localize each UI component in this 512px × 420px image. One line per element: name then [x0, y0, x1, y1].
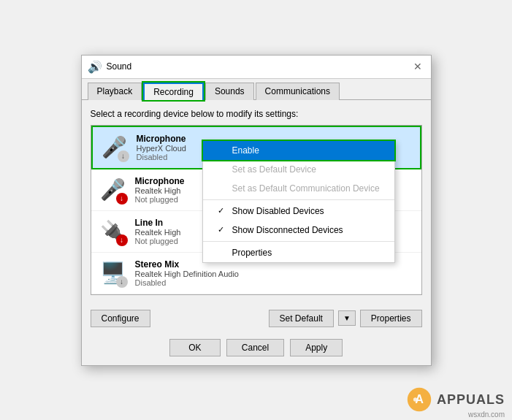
- status-badge-down-2: ↓: [116, 276, 128, 288]
- set-default-arrow[interactable]: ▼: [338, 310, 356, 326]
- menu-separator-1: [203, 199, 394, 200]
- check-show-disabled: ✓: [218, 206, 228, 215]
- device-info-stereomix: Stereo Mix Realtek High Definition Audio…: [135, 259, 414, 287]
- menu-item-enable[interactable]: Enable: [203, 141, 394, 160]
- sound-dialog: 🔊 Sound ✕ Playback Recording Sounds Comm…: [81, 55, 432, 366]
- menu-label-enable: Enable: [232, 145, 259, 156]
- titlebar: 🔊 Sound ✕: [82, 56, 431, 79]
- status-badge-red-1: ↓: [116, 193, 128, 205]
- window-title: Sound: [107, 61, 132, 72]
- appuals-text: APPUALS: [437, 392, 505, 408]
- device-icon-stereomix: 🖥️ ↓: [99, 259, 128, 288]
- action-bar: Configure Set Default ▼ Properties: [82, 304, 431, 333]
- wsxdn-watermark: wsxdn.com: [468, 411, 505, 419]
- menu-label-set-comm: Set as Default Communication Device: [232, 183, 380, 194]
- context-menu: Enable Set as Default Device Set as Defa…: [202, 140, 395, 263]
- appuals-logo: A: [406, 386, 432, 413]
- menu-label-set-default: Set as Default Device: [232, 164, 316, 175]
- status-badge-red-2: ↓: [116, 234, 128, 246]
- tab-sounds[interactable]: Sounds: [205, 83, 254, 100]
- menu-separator-2: [203, 241, 394, 242]
- ok-button[interactable]: OK: [169, 339, 221, 356]
- device-desc-3: Realtek High Definition Audio: [135, 270, 414, 278]
- tab-playback[interactable]: Playback: [88, 83, 142, 100]
- apply-button[interactable]: Apply: [290, 339, 343, 356]
- configure-button[interactable]: Configure: [91, 310, 150, 327]
- menu-item-set-default[interactable]: Set as Default Device: [203, 160, 394, 179]
- sound-icon: 🔊: [88, 60, 102, 74]
- status-badge-down: ↓: [118, 150, 129, 162]
- instructions-text: Select a recording device below to modif…: [91, 109, 422, 119]
- device-item-hyperx[interactable]: 🎤 ↓ Microphone HyperX Cloud Disabled Ena…: [91, 126, 421, 169]
- tabs-bar: Playback Recording Sounds Communications: [82, 79, 431, 100]
- menu-item-set-comm[interactable]: Set as Default Communication Device: [203, 179, 394, 198]
- check-show-disconnected: ✓: [218, 225, 228, 234]
- device-list[interactable]: 🎤 ↓ Microphone HyperX Cloud Disabled Ena…: [91, 125, 422, 295]
- device-icon-linein: 🔌 ↓: [99, 217, 128, 246]
- properties-button[interactable]: Properties: [360, 310, 422, 327]
- tab-communications[interactable]: Communications: [256, 83, 340, 100]
- menu-item-properties[interactable]: Properties: [203, 243, 394, 262]
- content-area: Select a recording device below to modif…: [82, 100, 431, 304]
- cancel-button[interactable]: Cancel: [226, 339, 284, 356]
- titlebar-left: 🔊 Sound: [88, 60, 132, 74]
- menu-label-show-disabled: Show Disabled Devices: [232, 206, 324, 216]
- menu-label-properties: Properties: [232, 248, 272, 258]
- set-default-button[interactable]: Set Default: [269, 310, 334, 327]
- device-icon-realtek: 🎤 ↓: [99, 175, 128, 205]
- svg-point-2: [413, 397, 417, 401]
- menu-item-show-disabled[interactable]: ✓ Show Disabled Devices: [203, 202, 394, 221]
- menu-label-show-disconnected: Show Disconnected Devices: [232, 225, 343, 235]
- device-status-3: Disabled: [135, 278, 414, 287]
- dialog-buttons: OK Cancel Apply: [82, 333, 431, 365]
- device-icon-hyperx: 🎤 ↓: [100, 133, 129, 162]
- menu-item-show-disconnected[interactable]: ✓ Show Disconnected Devices: [203, 221, 394, 240]
- close-button[interactable]: ✕: [410, 61, 425, 72]
- tab-recording[interactable]: Recording: [143, 83, 204, 100]
- watermark: A APPUALS: [406, 386, 505, 413]
